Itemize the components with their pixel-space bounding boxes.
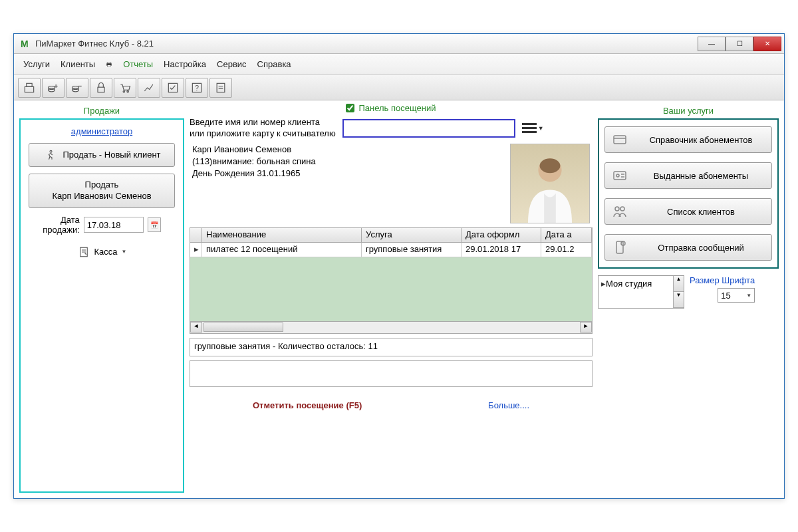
horizontal-scrollbar[interactable]: ◄ ► [190, 321, 592, 333]
svg-rect-4 [27, 83, 32, 86]
sales-section-label: Продажи [19, 103, 184, 118]
toolbar: ? [14, 75, 784, 100]
svg-point-19 [540, 158, 561, 173]
menu-help[interactable]: Справка [253, 58, 295, 70]
mark-visit-button[interactable]: Отметить посещение (F5) [253, 400, 362, 410]
sales-panel: администратор Продать - Новый клиент Про… [19, 118, 184, 493]
subscriptions-catalog-button[interactable]: Справочник абонементов [604, 126, 772, 153]
grid-header: Наименование Услуга Дата оформл Дата а [190, 228, 592, 243]
svg-point-16 [50, 150, 52, 152]
sale-date-label: Датапродажи: [43, 215, 80, 235]
table-row[interactable]: ▸ пилатес 12 посещений групповые занятия… [190, 243, 592, 257]
svg-point-22 [616, 174, 619, 177]
sell-new-client-button[interactable]: Продать - Новый клиент [29, 143, 175, 167]
scroll-up-icon[interactable]: ▲ [674, 276, 684, 292]
svg-rect-0 [107, 62, 111, 63]
sell-existing-l2: Карп Иванович Семенов [52, 191, 151, 202]
tool-help-icon[interactable]: ? [186, 78, 208, 98]
menu-reports[interactable]: Отчеты [119, 58, 157, 70]
client-photo [510, 144, 590, 223]
window-title: ПиМаркет Фитнес Клуб - 8.21 [35, 39, 698, 49]
more-link[interactable]: Больше.... [488, 400, 529, 410]
svg-text:?: ? [195, 84, 199, 92]
search-label: Введите имя или номер клиента или прилож… [190, 117, 336, 140]
chevron-down-icon: ▼ [746, 293, 751, 299]
col-date-act[interactable]: Дата а [541, 228, 592, 242]
tool-register-icon[interactable] [18, 78, 41, 98]
maximize-button[interactable]: ☐ [726, 37, 753, 51]
client-note: (113)внимание: больная спина [192, 156, 316, 168]
scroll-right-icon[interactable]: ► [580, 322, 592, 332]
admin-link[interactable]: администратор [71, 126, 132, 136]
tool-coins-minus-icon[interactable] [66, 78, 88, 98]
tool-cart-icon[interactable] [114, 78, 136, 98]
menu-service[interactable]: Сервис [213, 58, 251, 70]
printer-icon[interactable] [102, 59, 116, 70]
svg-rect-21 [614, 172, 626, 180]
menu-services[interactable]: Услуги [19, 58, 54, 70]
send-messages-button[interactable]: Отправка сообщений [604, 234, 772, 261]
menubar: Услуги Клиенты Отчеты Настройка Сервис С… [14, 54, 784, 75]
font-size-select[interactable]: 15 ▼ [718, 288, 755, 303]
svg-rect-15 [217, 83, 225, 92]
chevron-down-icon: ▼ [122, 249, 127, 255]
svg-point-6 [49, 86, 55, 89]
col-service[interactable]: Услуга [362, 228, 462, 242]
svg-point-8 [72, 86, 79, 89]
card-icon [612, 132, 628, 148]
services-section-label: Ваши услуги [598, 103, 779, 118]
menu-clients[interactable]: Клиенты [57, 58, 99, 70]
subscriptions-grid[interactable]: Наименование Услуга Дата оформл Дата а ▸… [190, 227, 593, 334]
studio-list[interactable]: ▸Моя студия ▲ ▼ [598, 275, 684, 309]
minimize-button[interactable]: — [698, 37, 726, 51]
close-button[interactable]: ✕ [753, 37, 781, 51]
svg-rect-2 [108, 65, 111, 66]
client-name: Карп Иванович Семенов [192, 144, 316, 156]
studio-selected: Моя студия [606, 279, 652, 289]
receipt-icon [77, 246, 90, 258]
app-window: M ПиМаркет Фитнес Клуб - 8.21 — ☐ ✕ Услу… [13, 33, 785, 499]
hamburger-icon[interactable] [522, 121, 537, 136]
clients-list-button[interactable]: Список клиентов [604, 198, 772, 225]
svg-point-24 [620, 207, 624, 211]
calendar-icon[interactable]: 📅 [148, 217, 161, 232]
phone-sms-icon [612, 239, 628, 255]
people-icon [612, 203, 628, 219]
col-date-reg[interactable]: Дата оформл [462, 228, 541, 242]
scroll-left-icon[interactable]: ◄ [190, 322, 202, 332]
svg-rect-9 [98, 87, 104, 92]
svg-point-10 [123, 90, 125, 92]
svg-rect-3 [25, 86, 33, 92]
visits-panel-label: Панель посещений [358, 103, 436, 113]
sell-new-label: Продать - Новый клиент [63, 150, 160, 161]
col-name[interactable]: Наименование [202, 228, 362, 242]
sell-existing-client-button[interactable]: Продать Карп Иванович Семенов [29, 174, 175, 208]
chevron-down-icon: ▼ [538, 125, 544, 132]
status-text: групповые занятия - Количество осталось:… [190, 338, 593, 356]
tool-check-icon[interactable] [162, 78, 184, 98]
services-panel: Справочник абонементов Выданные абонемен… [598, 118, 779, 269]
client-birthday: День Рождения 31.01.1965 [192, 168, 316, 180]
menu-settings[interactable]: Настройка [160, 58, 210, 70]
scroll-down-icon[interactable]: ▼ [674, 292, 684, 308]
row-marker-icon: ▸ [190, 243, 202, 257]
notes-box[interactable] [190, 360, 593, 387]
font-size-label: Размер Шрифта [690, 275, 755, 285]
tool-doc-icon[interactable] [209, 78, 232, 98]
tool-coins-plus-icon[interactable] [42, 78, 65, 98]
id-card-icon [612, 168, 628, 184]
sell-existing-l1: Продать [85, 180, 119, 191]
running-icon [43, 149, 57, 161]
tool-chart-icon[interactable] [138, 78, 160, 98]
scroll-thumb[interactable] [203, 323, 283, 332]
kassa-dropdown[interactable]: Касса ▼ [77, 246, 127, 258]
visits-panel-checkbox[interactable] [346, 104, 354, 112]
app-icon: M [21, 39, 31, 49]
kassa-label: Касса [94, 247, 118, 257]
client-search-input[interactable] [342, 119, 515, 138]
tool-lock-icon[interactable] [90, 78, 112, 98]
svg-point-11 [127, 90, 129, 92]
issued-subscriptions-button[interactable]: Выданные абонементы [604, 162, 772, 189]
sale-date-input[interactable] [84, 217, 144, 233]
svg-rect-20 [614, 136, 626, 144]
